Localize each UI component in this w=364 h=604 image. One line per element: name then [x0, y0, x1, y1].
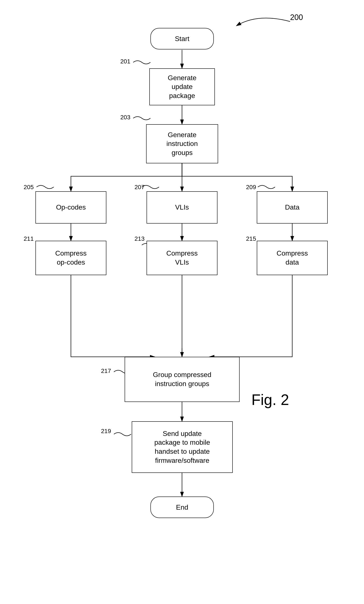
compress-data-label: Compress data — [276, 249, 308, 267]
opcodes-label: Op-codes — [56, 203, 86, 212]
generate-update-label: Generate update package — [168, 74, 196, 100]
end-node: End — [151, 497, 214, 518]
send-update-node: Send update package to mobile handset to… — [132, 421, 233, 473]
ref-219: 219 — [101, 428, 111, 435]
opcodes-node: Op-codes — [36, 191, 106, 224]
generate-instruction-node: Generate instruction groups — [146, 124, 218, 163]
figure-label: Fig. 2 — [251, 391, 289, 408]
compress-opcodes-label: Compress op-codes — [55, 249, 87, 267]
ref-217: 217 — [101, 367, 111, 375]
data-label: Data — [285, 203, 300, 212]
ref-211: 211 — [24, 235, 34, 242]
ref-203: 203 — [120, 114, 130, 121]
ref-215: 215 — [246, 235, 256, 242]
start-label: Start — [175, 35, 189, 43]
generate-instruction-label: Generate instruction groups — [166, 130, 198, 157]
group-compressed-label: Group compressed instruction groups — [153, 370, 211, 388]
vlis-node: VLIs — [147, 191, 217, 224]
ref-205: 205 — [24, 184, 34, 191]
ref-209: 209 — [246, 184, 256, 191]
send-update-label: Send update package to mobile handset to… — [154, 429, 210, 465]
ref-213: 213 — [135, 235, 145, 242]
ref-207: 207 — [135, 184, 145, 191]
compress-opcodes-node: Compress op-codes — [36, 241, 106, 275]
compress-vlis-node: Compress VLIs — [147, 241, 217, 275]
vlis-label: VLIs — [175, 203, 189, 212]
generate-update-node: Generate update package — [149, 68, 215, 105]
data-node: Data — [257, 191, 328, 224]
ref-200: 200 — [290, 13, 303, 22]
compress-vlis-label: Compress VLIs — [166, 249, 198, 267]
group-compressed-node: Group compressed instruction groups — [125, 357, 239, 402]
ref-201: 201 — [120, 58, 130, 65]
end-label: End — [176, 503, 188, 511]
flowchart: Start Generate update package Generate i… — [0, 0, 364, 604]
start-node: Start — [151, 28, 214, 50]
compress-data-node: Compress data — [257, 241, 328, 275]
